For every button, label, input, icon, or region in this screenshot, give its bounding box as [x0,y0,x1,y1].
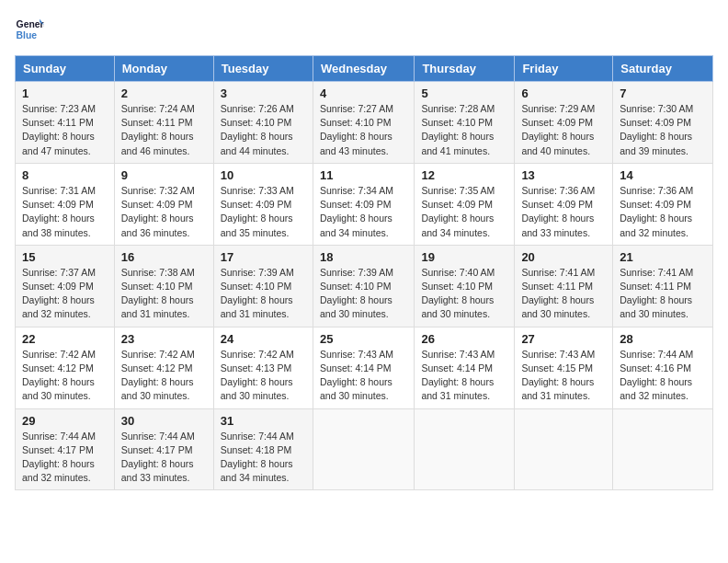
day-info: Sunrise: 7:44 AMSunset: 4:16 PMDaylight:… [620,348,706,404]
day-number: 6 [521,86,606,100]
day-cell: 7Sunrise: 7:30 AMSunset: 4:09 PMDaylight… [613,82,713,164]
day-cell: 20Sunrise: 7:41 AMSunset: 4:11 PMDayligh… [515,245,613,327]
logo: General Blue [15,15,44,44]
day-cell: 24Sunrise: 7:42 AMSunset: 4:13 PMDayligh… [213,327,313,408]
day-cell: 29Sunrise: 7:44 AMSunset: 4:17 PMDayligh… [16,408,115,490]
day-number: 12 [421,168,507,182]
day-cell: 9Sunrise: 7:32 AMSunset: 4:09 PMDaylight… [114,163,213,245]
day-cell: 27Sunrise: 7:43 AMSunset: 4:15 PMDayligh… [515,327,613,408]
day-cell: 19Sunrise: 7:40 AMSunset: 4:10 PMDayligh… [415,245,515,327]
day-info: Sunrise: 7:33 AMSunset: 4:09 PMDaylight:… [221,184,306,240]
day-cell: 1Sunrise: 7:23 AMSunset: 4:11 PMDaylight… [16,82,115,164]
day-info: Sunrise: 7:30 AMSunset: 4:09 PMDaylight:… [620,102,706,158]
day-number: 30 [121,414,207,428]
day-number: 31 [221,414,306,428]
day-info: Sunrise: 7:43 AMSunset: 4:14 PMDaylight:… [421,348,507,404]
page-header: General Blue [15,15,713,44]
svg-text:Blue: Blue [17,30,38,40]
day-number: 3 [221,86,306,100]
day-cell: 15Sunrise: 7:37 AMSunset: 4:09 PMDayligh… [16,245,115,327]
day-of-week-header: Monday [114,56,213,82]
day-info: Sunrise: 7:44 AMSunset: 4:18 PMDaylight:… [221,430,306,486]
day-of-week-header: Friday [515,56,613,82]
day-cell: 26Sunrise: 7:43 AMSunset: 4:14 PMDayligh… [415,327,515,408]
day-info: Sunrise: 7:43 AMSunset: 4:15 PMDaylight:… [521,348,606,404]
day-info: Sunrise: 7:40 AMSunset: 4:10 PMDaylight:… [421,266,507,322]
empty-day-cell [613,408,713,490]
day-of-week-header: Wednesday [313,56,414,82]
day-number: 2 [121,86,207,100]
day-info: Sunrise: 7:43 AMSunset: 4:14 PMDaylight:… [320,348,407,404]
day-cell: 28Sunrise: 7:44 AMSunset: 4:16 PMDayligh… [613,327,713,408]
day-number: 22 [22,332,108,346]
day-info: Sunrise: 7:41 AMSunset: 4:11 PMDaylight:… [620,266,706,322]
day-number: 20 [521,250,606,264]
empty-day-cell [415,408,515,490]
calendar-week-row: 8Sunrise: 7:31 AMSunset: 4:09 PMDaylight… [16,163,713,245]
day-of-week-header: Tuesday [213,56,313,82]
day-cell: 25Sunrise: 7:43 AMSunset: 4:14 PMDayligh… [313,327,414,408]
day-cell: 31Sunrise: 7:44 AMSunset: 4:18 PMDayligh… [213,408,313,490]
day-number: 19 [421,250,507,264]
day-number: 25 [320,332,407,346]
day-info: Sunrise: 7:38 AMSunset: 4:10 PMDaylight:… [121,266,207,322]
calendar-header-row: SundayMondayTuesdayWednesdayThursdayFrid… [16,56,713,82]
day-number: 16 [121,250,207,264]
day-cell: 8Sunrise: 7:31 AMSunset: 4:09 PMDaylight… [16,163,115,245]
day-cell: 13Sunrise: 7:36 AMSunset: 4:09 PMDayligh… [515,163,613,245]
day-info: Sunrise: 7:27 AMSunset: 4:10 PMDaylight:… [320,102,407,158]
day-info: Sunrise: 7:42 AMSunset: 4:12 PMDaylight:… [22,348,108,404]
day-cell: 3Sunrise: 7:26 AMSunset: 4:10 PMDaylight… [213,82,313,164]
day-cell: 14Sunrise: 7:36 AMSunset: 4:09 PMDayligh… [613,163,713,245]
day-info: Sunrise: 7:32 AMSunset: 4:09 PMDaylight:… [121,184,207,240]
logo-icon: General Blue [15,15,44,44]
day-of-week-header: Saturday [613,56,713,82]
empty-day-cell [313,408,414,490]
day-number: 21 [620,250,706,264]
day-number: 15 [22,250,108,264]
day-number: 17 [221,250,306,264]
day-number: 18 [320,250,407,264]
day-cell: 11Sunrise: 7:34 AMSunset: 4:09 PMDayligh… [313,163,414,245]
day-info: Sunrise: 7:44 AMSunset: 4:17 PMDaylight:… [22,430,108,486]
day-info: Sunrise: 7:37 AMSunset: 4:09 PMDaylight:… [22,266,108,322]
day-number: 8 [22,168,108,182]
day-info: Sunrise: 7:36 AMSunset: 4:09 PMDaylight:… [521,184,606,240]
day-number: 1 [22,86,108,100]
day-cell: 21Sunrise: 7:41 AMSunset: 4:11 PMDayligh… [613,245,713,327]
day-info: Sunrise: 7:42 AMSunset: 4:12 PMDaylight:… [121,348,207,404]
day-number: 10 [221,168,306,182]
day-cell: 6Sunrise: 7:29 AMSunset: 4:09 PMDaylight… [515,82,613,164]
day-cell: 10Sunrise: 7:33 AMSunset: 4:09 PMDayligh… [213,163,313,245]
day-info: Sunrise: 7:23 AMSunset: 4:11 PMDaylight:… [22,102,108,158]
day-cell: 4Sunrise: 7:27 AMSunset: 4:10 PMDaylight… [313,82,414,164]
day-cell: 16Sunrise: 7:38 AMSunset: 4:10 PMDayligh… [114,245,213,327]
day-info: Sunrise: 7:26 AMSunset: 4:10 PMDaylight:… [221,102,306,158]
day-info: Sunrise: 7:39 AMSunset: 4:10 PMDaylight:… [320,266,407,322]
day-info: Sunrise: 7:29 AMSunset: 4:09 PMDaylight:… [521,102,606,158]
day-info: Sunrise: 7:42 AMSunset: 4:13 PMDaylight:… [221,348,306,404]
day-number: 23 [121,332,207,346]
day-cell: 18Sunrise: 7:39 AMSunset: 4:10 PMDayligh… [313,245,414,327]
day-cell: 12Sunrise: 7:35 AMSunset: 4:09 PMDayligh… [415,163,515,245]
day-info: Sunrise: 7:34 AMSunset: 4:09 PMDaylight:… [320,184,407,240]
day-cell: 30Sunrise: 7:44 AMSunset: 4:17 PMDayligh… [114,408,213,490]
day-number: 28 [620,332,706,346]
day-info: Sunrise: 7:36 AMSunset: 4:09 PMDaylight:… [620,184,706,240]
day-of-week-header: Thursday [415,56,515,82]
day-number: 9 [121,168,207,182]
day-number: 29 [22,414,108,428]
day-number: 27 [521,332,606,346]
calendar-week-row: 15Sunrise: 7:37 AMSunset: 4:09 PMDayligh… [16,245,713,327]
calendar-week-row: 29Sunrise: 7:44 AMSunset: 4:17 PMDayligh… [16,408,713,490]
day-number: 24 [221,332,306,346]
day-number: 7 [620,86,706,100]
calendar-table: SundayMondayTuesdayWednesdayThursdayFrid… [15,55,713,490]
day-info: Sunrise: 7:35 AMSunset: 4:09 PMDaylight:… [421,184,507,240]
day-info: Sunrise: 7:39 AMSunset: 4:10 PMDaylight:… [221,266,306,322]
day-of-week-header: Sunday [16,56,115,82]
day-number: 11 [320,168,407,182]
day-info: Sunrise: 7:24 AMSunset: 4:11 PMDaylight:… [121,102,207,158]
day-number: 4 [320,86,407,100]
day-number: 14 [620,168,706,182]
